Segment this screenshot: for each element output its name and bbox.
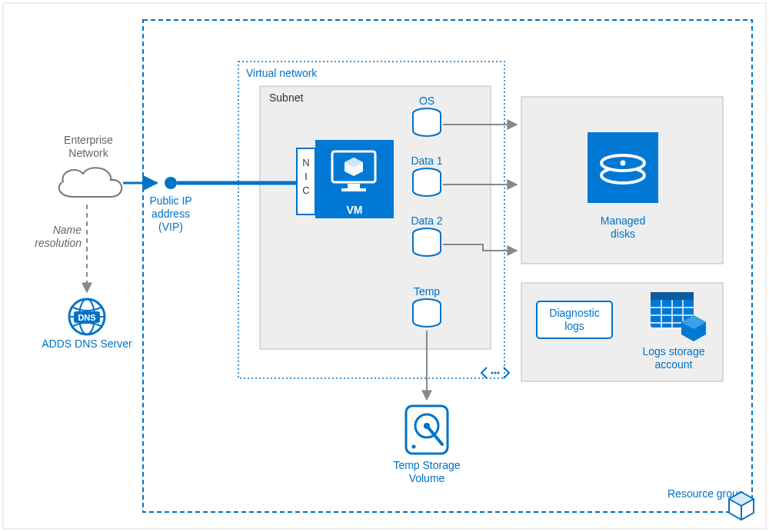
dns-icon: DNS bbox=[69, 299, 105, 334]
svg-text:Data 2: Data 2 bbox=[411, 214, 442, 227]
subnet-label: Subnet bbox=[269, 91, 303, 104]
svg-text:Temp: Temp bbox=[414, 285, 440, 298]
svg-point-27 bbox=[621, 161, 626, 166]
temp-storage-2: Volume bbox=[409, 472, 445, 484]
svg-text:C: C bbox=[302, 185, 309, 196]
svg-point-39 bbox=[412, 445, 416, 449]
svg-text:DNS: DNS bbox=[78, 313, 95, 322]
managed-disks-icon bbox=[588, 132, 658, 203]
public-ip-3: (VIP) bbox=[158, 221, 183, 233]
managed-disks-2: disks bbox=[611, 228, 635, 240]
svg-point-1 bbox=[491, 371, 493, 374]
svg-point-2 bbox=[494, 371, 496, 374]
enterprise-network-label-1: Enterprise bbox=[64, 134, 113, 146]
logs-storage-1: Logs storage bbox=[643, 345, 705, 357]
svg-rect-14 bbox=[348, 184, 360, 188]
svg-text:OS: OS bbox=[419, 95, 434, 107]
svg-text:N: N bbox=[302, 157, 309, 168]
public-ip-2: address bbox=[151, 208, 190, 220]
public-ip-node bbox=[165, 177, 177, 189]
architecture-diagram: Resource group Virtual network Subnet En… bbox=[0, 0, 769, 532]
data2-disk: Data 2 bbox=[411, 214, 442, 256]
diag-logs-1: Diagnostic bbox=[549, 307, 599, 319]
adds-dns-label: ADDS DNS Server bbox=[42, 337, 132, 350]
virtual-network-label: Virtual network bbox=[246, 67, 318, 79]
vm-label: VM bbox=[347, 204, 363, 216]
name-resolution-2: resolution bbox=[35, 237, 82, 249]
name-resolution-1: Name bbox=[53, 224, 82, 236]
managed-disks-1: Managed bbox=[601, 214, 645, 227]
svg-text:Data 1: Data 1 bbox=[411, 155, 442, 167]
logs-storage-2: account bbox=[654, 358, 692, 371]
vm-block: N I C VM bbox=[297, 140, 394, 218]
diag-logs-2: logs bbox=[564, 320, 584, 332]
temp-disk: Temp bbox=[413, 285, 441, 327]
data1-disk: Data 1 bbox=[411, 155, 442, 196]
svg-rect-29 bbox=[651, 292, 694, 300]
public-ip-1: Public IP bbox=[149, 195, 191, 207]
svg-text:I: I bbox=[305, 171, 308, 182]
enterprise-network-label-2: Network bbox=[68, 147, 108, 159]
temp-storage-icon bbox=[406, 406, 448, 454]
svg-point-3 bbox=[497, 371, 499, 374]
temp-storage-1: Temp Storage bbox=[393, 459, 460, 471]
svg-rect-15 bbox=[341, 188, 366, 191]
resource-group-icon bbox=[729, 492, 754, 520]
cloud-icon bbox=[59, 168, 122, 197]
